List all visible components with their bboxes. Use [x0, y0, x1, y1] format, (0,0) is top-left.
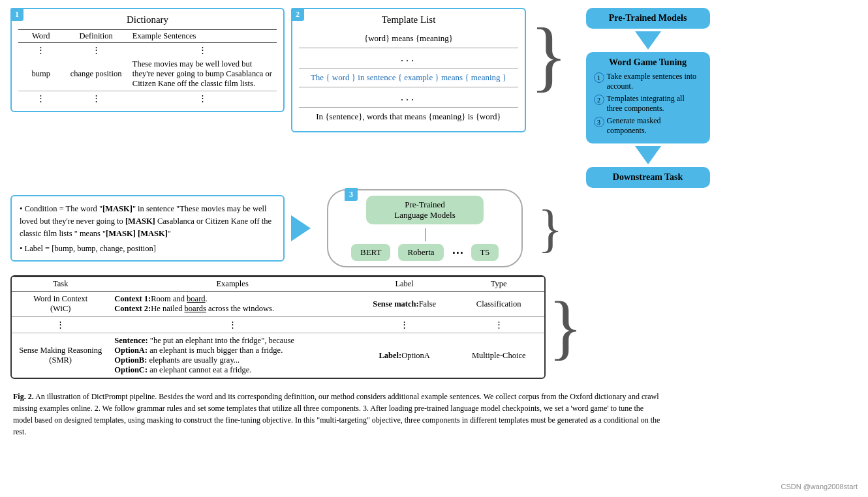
- template-dots-1: ...: [299, 48, 518, 68]
- template-title: Template List: [299, 14, 518, 25]
- condition-box: • Condition = The word "[MASK]" in sente…: [10, 195, 285, 261]
- table-row: Word in Context(WiC) Context 1:Room and …: [12, 292, 544, 317]
- context2-label: Context 2:: [114, 304, 151, 313]
- wgt-num-3: 3: [594, 117, 604, 127]
- wgt-item-2: 2 Templates integrating all three compon…: [594, 94, 702, 113]
- dict-dots2-word: ⋮: [18, 91, 63, 106]
- dictionary-title: Dictionary: [18, 14, 277, 25]
- wgt-list: 1 Take example sentences into account. 2…: [594, 72, 702, 136]
- sense-match-label: Sense match:: [373, 299, 418, 309]
- bt-col-label: Label: [356, 277, 454, 292]
- fig-label: Fig. 2.: [13, 392, 34, 401]
- downstream-task-box: Downstream Task: [586, 167, 710, 188]
- dict-dots2-ex: ⋮: [129, 91, 277, 106]
- context1-label: Context 1:: [114, 294, 151, 303]
- bt-dots-ex: ⋮: [109, 317, 356, 333]
- arrow-right: [291, 215, 311, 241]
- bt-col-examples: Examples: [109, 277, 356, 292]
- wgt-num-2: 2: [594, 95, 604, 105]
- bt-type-smr: Multiple-Choice: [453, 333, 544, 378]
- optionC-label: OptionC:: [114, 365, 147, 374]
- dictionary-box-number: 1: [10, 8, 23, 21]
- arrow-down-2: [635, 146, 661, 164]
- brace-top-connector: }: [530, 21, 568, 91]
- bt-label-wic: Sense match:False: [356, 292, 454, 317]
- dict-example: These movies may be well loved but they'…: [129, 57, 277, 91]
- downstream-table: Task Examples Label Type Word in Context…: [10, 275, 546, 379]
- template-box: 2 Template List {word} means {meaning} .…: [291, 8, 526, 132]
- plm-line: [425, 228, 426, 241]
- model-bert: BERT: [351, 244, 390, 261]
- boards-word: boards: [185, 304, 206, 313]
- template-item-5: In {sentence}, words that means {meaning…: [299, 108, 518, 126]
- template-item-3: The { word } in sentence { example } mea…: [299, 68, 518, 87]
- table-row: ⋮ ⋮ ⋮: [18, 43, 277, 58]
- bt-dots-task: ⋮: [12, 317, 109, 333]
- bt-col-task: Task: [12, 277, 109, 292]
- table-row: Sense Making Reasoning(SMR) Sentence: "h…: [12, 333, 544, 378]
- plm-models-row: BERT Roberta ⋯ T5: [351, 244, 499, 261]
- word-game-tuning-box: Word Game Tuning 1 Take example sentence…: [586, 52, 710, 143]
- optionA-label: OptionA:: [114, 346, 147, 355]
- model-roberta: Roberta: [398, 244, 443, 261]
- template-box-number: 2: [291, 8, 304, 21]
- mask-word-1: [MASK]: [102, 204, 132, 213]
- bt-col-type: Type: [453, 277, 544, 292]
- bt-task-smr: Sense Making Reasoning(SMR): [12, 333, 109, 378]
- dict-col-ex: Example Sentences: [129, 30, 277, 43]
- table-row: ⋮ ⋮ ⋮: [18, 91, 277, 106]
- dict-dots2-def: ⋮: [63, 91, 128, 106]
- mask-word-2: [MASK]: [125, 217, 155, 226]
- dictionary-table: Word Definition Example Sentences ⋮ ⋮ ⋮: [18, 29, 277, 106]
- mask-word-3: [MASK] [MASK]: [106, 229, 168, 238]
- arrow-down-1: [635, 31, 661, 50]
- dict-col-def: Definition: [63, 30, 128, 43]
- watermark: CSDN @wang2008start: [781, 483, 858, 490]
- wgt-text-1: Take example sentences into account.: [607, 72, 702, 91]
- template-item-1: {word} means {meaning}: [299, 29, 518, 48]
- plm-title-box: Pre-TrainedLanguage Models: [366, 196, 484, 224]
- template-dots-2: ...: [299, 87, 518, 108]
- board-word: board: [187, 294, 205, 303]
- bt-dots-label: ⋮: [356, 317, 454, 333]
- wgt-num-1: 1: [594, 72, 604, 83]
- condition-text: • Condition = The word "[MASK]" in sente…: [20, 203, 275, 239]
- dict-dots-word: ⋮: [18, 43, 63, 58]
- wgt-title: Word Game Tuning: [594, 57, 702, 68]
- label-text: • Label = [bump, bump, change, position]: [20, 244, 275, 254]
- table-row: ⋮ ⋮ ⋮ ⋮: [12, 317, 544, 333]
- plm-section: 3 Pre-TrainedLanguage Models BERT Robert…: [317, 189, 533, 267]
- dict-definition: change position: [63, 57, 128, 91]
- dict-dots-ex: ⋮: [129, 43, 277, 58]
- plm-box-number: 3: [345, 188, 358, 201]
- bt-label-smr: Label:OptionA: [356, 333, 454, 378]
- bt-type-wic: Classification: [453, 292, 544, 317]
- sentence-label: Sentence:: [114, 336, 147, 345]
- right-panel: Pre-Trained Models Word Game Tuning 1 Ta…: [580, 8, 717, 188]
- dict-col-word: Word: [18, 30, 63, 43]
- dictionary-box: 1 Dictionary Word Definition Example Sen…: [10, 8, 285, 112]
- caption-text: An illustration of DictPrompt pipeline. …: [13, 392, 660, 436]
- label-bold: Label:: [379, 351, 401, 360]
- bt-examples-wic: Context 1:Room and board. Context 2:He n…: [109, 292, 356, 317]
- bt-task-wic: Word in Context(WiC): [12, 292, 109, 317]
- figure-caption: Fig. 2. An illustration of DictPrompt pi…: [10, 391, 663, 438]
- bt-dots-type: ⋮: [453, 317, 544, 333]
- wgt-text-2: Templates integrating all three componen…: [607, 94, 702, 113]
- wgt-item-3: 3 Generate masked components.: [594, 116, 702, 136]
- bt-examples-smr: Sentence: "he put an elephant into the f…: [109, 333, 356, 378]
- brace-mid-connector: }: [538, 205, 563, 252]
- dict-dots-def: ⋮: [63, 43, 128, 58]
- table-row: bump change position These movies may be…: [18, 57, 277, 91]
- wgt-text-3: Generate masked components.: [607, 116, 702, 136]
- plm-outer: Pre-TrainedLanguage Models BERT Roberta …: [327, 189, 523, 267]
- dict-word: bump: [18, 57, 63, 91]
- model-t5: T5: [471, 244, 499, 261]
- downstream-bt: Task Examples Label Type Word in Context…: [12, 277, 544, 378]
- wgt-item-1: 1 Take example sentences into account.: [594, 72, 702, 91]
- brace-bottom-connector: }: [548, 295, 583, 359]
- optionB-label: OptionB:: [114, 355, 147, 365]
- model-dots: ⋯: [452, 245, 463, 260]
- pretrained-models-box: Pre-Trained Models: [586, 8, 710, 29]
